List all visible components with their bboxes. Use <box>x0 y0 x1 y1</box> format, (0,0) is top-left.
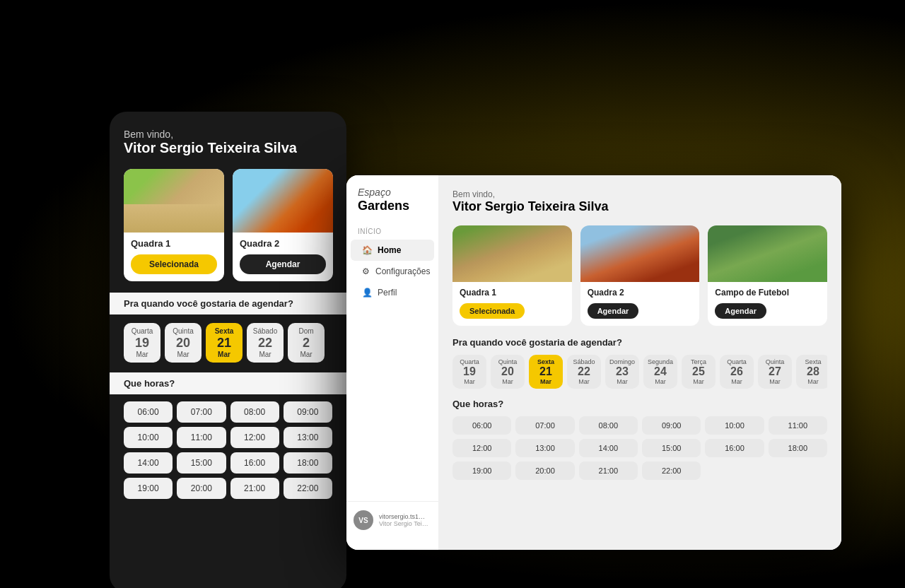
mobile-time-title: Que horas? <box>110 372 346 394</box>
month-3: Mar <box>578 378 590 385</box>
mobile-time-1[interactable]: 07:00 <box>177 401 226 423</box>
mobile-day-num-2: 21 <box>217 336 231 349</box>
day-num-0: 19 <box>463 366 476 377</box>
time-slot-2[interactable]: 08:00 <box>579 416 638 435</box>
time-slot-1[interactable]: 07:00 <box>515 416 574 435</box>
mobile-date-1[interactable]: Quinta 20 Mar <box>165 323 202 363</box>
sidebar-item-settings[interactable]: ⚙ Configurações <box>351 261 434 282</box>
month-1: Mar <box>502 378 513 385</box>
mobile-welcome-text: Bem vindo, <box>124 129 332 140</box>
time-slot-14[interactable]: 21:00 <box>579 461 638 480</box>
time-slot-15[interactable]: 22:00 <box>642 461 701 480</box>
mobile-time-5[interactable]: 11:00 <box>177 427 226 448</box>
day-num-5: 24 <box>654 366 667 377</box>
time-slot-0[interactable]: 06:00 <box>452 416 511 435</box>
day-label-2: Sexta <box>537 358 554 365</box>
mobile-date-3[interactable]: Sábado 22 Mar <box>247 323 284 363</box>
month-6: Mar <box>693 378 704 385</box>
date-1[interactable]: Quinta 20 Mar <box>491 355 525 389</box>
mobile-time-0[interactable]: 06:00 <box>124 401 173 423</box>
mobile-user-name: Vitor Sergio Teixeira Silva <box>124 140 332 156</box>
day-num-2: 21 <box>539 366 552 377</box>
court-card-2: Quadra 2 Agendar <box>580 225 700 326</box>
mobile-court-card-2: Quadra 2 Agendar <box>233 169 333 281</box>
sidebar-user-name: Vitor Sergio Teixeira Si... <box>379 520 431 527</box>
date-8[interactable]: Quinta 27 Mar <box>758 355 792 389</box>
date-0[interactable]: Quarta 19 Mar <box>452 355 486 389</box>
app-name-bold: Gardens <box>358 199 409 213</box>
time-slot-5[interactable]: 11:00 <box>769 416 827 435</box>
mobile-time-14[interactable]: 21:00 <box>230 478 279 499</box>
mobile-time-7[interactable]: 13:00 <box>284 427 332 448</box>
day-label-6: Terça <box>691 358 706 365</box>
agendar-button-2[interactable]: Agendar <box>588 303 639 319</box>
time-slot-7[interactable]: 13:00 <box>515 439 574 457</box>
app-name-italic: Espaço <box>358 187 427 199</box>
month-0: Mar <box>464 378 475 385</box>
time-slot-6[interactable]: 12:00 <box>452 439 511 457</box>
day-label-3: Sábado <box>573 358 595 365</box>
day-label-1: Quinta <box>498 358 518 365</box>
mobile-card: Bem vindo, Vitor Sergio Teixeira Silva Q… <box>110 112 346 588</box>
mobile-court-name-2: Quadra 2 <box>233 233 333 252</box>
sidebar: Espaço Gardens Início 🏠 Home ⚙ Configura… <box>346 175 438 550</box>
time-slot-9[interactable]: 15:00 <box>642 439 701 457</box>
time-slot-13[interactable]: 20:00 <box>515 461 574 480</box>
day-num-8: 27 <box>769 366 781 377</box>
date-4[interactable]: Domingo 23 Mar <box>605 355 639 389</box>
date-2[interactable]: Sexta 21 Mar <box>529 355 563 389</box>
time-slot-10[interactable]: 16:00 <box>705 439 764 457</box>
mobile-agendar-button[interactable]: Agendar <box>240 254 326 274</box>
court-name-2: Quadra 2 <box>580 282 700 300</box>
court-card-3: Campo de Futebol Agendar <box>708 225 827 326</box>
day-label-5: Segunda <box>648 358 673 365</box>
agendar-button-3[interactable]: Agendar <box>715 303 766 319</box>
sidebar-user-email: vitorsergio.ts1@g... <box>379 513 431 520</box>
sidebar-label-settings: Configurações <box>375 266 430 276</box>
date-5[interactable]: Segunda 24 Mar <box>643 355 677 389</box>
mobile-date-2[interactable]: Sexta 21 Mar <box>206 323 243 363</box>
welcome-user-name: Vitor Sergio Teixeira Silva <box>452 199 827 214</box>
mobile-selecionada-button[interactable]: Selecionada <box>131 254 217 274</box>
month-9: Mar <box>807 378 819 385</box>
selecionada-button[interactable]: Selecionada <box>460 303 525 319</box>
sidebar-user-info: vitorsergio.ts1@g... Vitor Sergio Teixei… <box>379 513 431 527</box>
court-img-red-mobile <box>233 169 333 233</box>
mobile-time-8[interactable]: 14:00 <box>124 452 173 474</box>
mobile-time-15[interactable]: 22:00 <box>284 478 332 499</box>
mobile-schedule-title: Pra quando você gostaria de agendar? <box>110 293 346 314</box>
mobile-time-11[interactable]: 18:00 <box>284 452 332 474</box>
mobile-time-12[interactable]: 19:00 <box>124 478 173 499</box>
time-slot-11[interactable]: 18:00 <box>769 439 827 457</box>
profile-icon: 👤 <box>362 288 372 298</box>
time-slot-4[interactable]: 10:00 <box>705 416 764 435</box>
mobile-time-13[interactable]: 20:00 <box>177 478 226 499</box>
court-name-3: Campo de Futebol <box>708 282 827 300</box>
date-9[interactable]: Sexta 28 Mar <box>796 355 827 389</box>
day-num-6: 25 <box>692 366 705 377</box>
date-7[interactable]: Quarta 26 Mar <box>720 355 754 389</box>
sidebar-item-home[interactable]: 🏠 Home <box>351 240 434 261</box>
time-slot-8[interactable]: 14:00 <box>579 439 638 457</box>
avatar: VS <box>354 510 373 530</box>
mobile-time-3[interactable]: 09:00 <box>284 401 332 423</box>
mobile-time-2[interactable]: 08:00 <box>230 401 279 423</box>
date-3[interactable]: Sábado 22 Mar <box>567 355 601 389</box>
court-img-green-d <box>708 225 827 282</box>
mobile-time-10[interactable]: 16:00 <box>230 452 279 474</box>
mobile-day-label-1: Quinta <box>173 327 193 335</box>
mobile-time-6[interactable]: 12:00 <box>230 427 279 448</box>
sidebar-label-home: Home <box>378 245 401 255</box>
sidebar-item-profile[interactable]: 👤 Perfil <box>351 282 434 303</box>
time-title: Que horas? <box>452 399 827 409</box>
month-4: Mar <box>617 378 628 385</box>
mobile-time-9[interactable]: 15:00 <box>177 452 226 474</box>
date-6[interactable]: Terça 25 Mar <box>682 355 716 389</box>
mobile-date-0[interactable]: Quarta 19 Mar <box>124 323 160 363</box>
mobile-date-4[interactable]: Dom 2 Mar <box>288 323 325 363</box>
time-slot-3[interactable]: 09:00 <box>642 416 701 435</box>
mobile-courts-row: Quadra 1 Selecionada Quadra 2 Agendar <box>124 169 332 281</box>
time-slot-12[interactable]: 19:00 <box>452 461 511 480</box>
mobile-time-4[interactable]: 10:00 <box>124 427 173 448</box>
app-logo: Espaço Gardens <box>346 187 438 228</box>
